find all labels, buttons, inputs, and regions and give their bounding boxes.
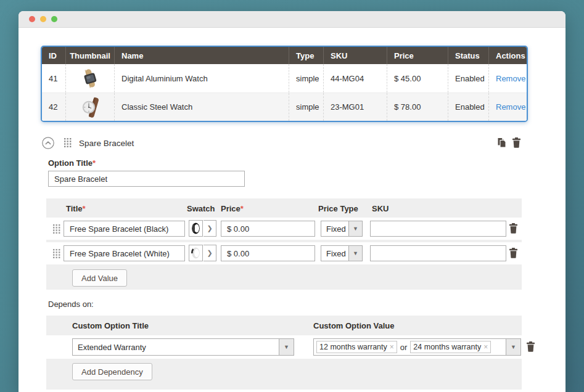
product-status: Enabled xyxy=(448,64,488,92)
custom-option-value-multiselect[interactable]: 12 months warranty × or 24 months warran… xyxy=(313,338,521,356)
value-tag-label: 12 months warranty xyxy=(319,343,387,351)
remove-product-link[interactable]: Remove xyxy=(496,74,525,83)
value-tag-label: 24 months warranty xyxy=(413,343,481,351)
assigned-products-table: ID Thumbnail Name Type SKU Price Status … xyxy=(41,46,528,122)
values-header-price-type: Price Type xyxy=(318,204,358,213)
column-header-thumbnail: Thumbnail xyxy=(65,47,114,64)
swatch-next-icon[interactable]: ❯ xyxy=(204,220,216,237)
select-arrow-icon: ▼ xyxy=(506,338,521,356)
trash-icon[interactable] xyxy=(509,248,518,258)
option-section-title: Spare Bracelet xyxy=(79,139,134,148)
required-mark: * xyxy=(241,204,244,213)
option-value-row: ❯ Fixed ▼ xyxy=(46,242,522,264)
table-row: 42 Classic Steel Watch simple 23-MG01 xyxy=(42,92,527,121)
dependency-header-title: Custom Option Title xyxy=(72,321,149,330)
product-sku: 44-MG04 xyxy=(323,64,387,92)
values-header-sku: SKU xyxy=(372,204,389,213)
column-header-status: Status xyxy=(448,47,488,64)
required-mark: * xyxy=(83,204,86,213)
product-id: 41 xyxy=(42,64,65,92)
trash-icon[interactable] xyxy=(512,137,522,148)
select-arrow-icon: ▼ xyxy=(348,221,363,237)
column-header-type: Type xyxy=(289,47,323,64)
option-values-panel: Title* Swatch Price* Price Type SKU xyxy=(46,198,522,290)
dependency-header-value: Custom Option Value xyxy=(313,321,394,330)
column-header-price: Price xyxy=(387,47,448,64)
drag-handle-icon[interactable] xyxy=(53,249,60,258)
product-name: Digital Aluminium Watch xyxy=(114,64,289,92)
joiner-text: or xyxy=(400,343,408,352)
product-name: Classic Steel Watch xyxy=(114,93,289,121)
trash-icon[interactable] xyxy=(509,223,518,234)
product-sku: 23-MG01 xyxy=(323,93,387,121)
window-titlebar xyxy=(19,11,565,28)
product-price: $ 78.00 xyxy=(387,93,448,121)
column-header-actions: Actions xyxy=(488,47,527,64)
value-tag: 12 months warranty × xyxy=(316,341,397,353)
drag-handle-icon[interactable] xyxy=(64,138,72,147)
minimize-window-icon[interactable] xyxy=(40,16,46,22)
price-type-value: Fixed xyxy=(321,245,349,261)
add-dependency-button[interactable]: Add Dependency xyxy=(72,363,152,380)
dependency-panel: Custom Option Title Custom Option Value … xyxy=(46,316,522,390)
option-title-input[interactable] xyxy=(48,171,245,187)
product-id: 42 xyxy=(42,93,65,121)
remove-product-link[interactable]: Remove xyxy=(496,102,525,112)
value-title-input[interactable] xyxy=(64,245,185,261)
black-bracelet-swatch[interactable] xyxy=(189,220,203,237)
value-tag: 24 months warranty × xyxy=(410,341,491,353)
app-window: ID Thumbnail Name Type SKU Price Status … xyxy=(19,11,565,392)
depends-on-label: Depends on: xyxy=(48,300,94,309)
custom-option-title-select[interactable]: Extended Warranty ▼ xyxy=(72,338,294,356)
required-mark: * xyxy=(93,158,96,168)
white-bracelet-swatch[interactable] xyxy=(189,245,203,261)
value-title-input[interactable] xyxy=(64,221,185,237)
dependency-row: Extended Warranty ▼ 12 months warranty ×… xyxy=(46,335,522,359)
zoom-window-icon[interactable] xyxy=(51,16,57,22)
select-arrow-icon: ▼ xyxy=(348,245,363,261)
price-type-value: Fixed xyxy=(321,221,349,237)
tag-close-icon[interactable]: × xyxy=(390,343,394,351)
price-type-select[interactable]: Fixed ▼ xyxy=(321,221,363,237)
drag-handle-icon[interactable] xyxy=(53,224,60,234)
custom-option-title-value: Extended Warranty xyxy=(72,338,279,356)
trash-icon[interactable] xyxy=(526,341,535,352)
value-sku-input[interactable] xyxy=(370,221,506,237)
collapse-icon[interactable] xyxy=(42,137,54,149)
value-price-input[interactable] xyxy=(221,245,315,261)
value-sku-input[interactable] xyxy=(370,245,506,261)
column-header-id: ID xyxy=(42,47,65,64)
column-header-name: Name xyxy=(114,47,289,64)
column-header-sku: SKU xyxy=(323,47,387,64)
table-row: 41 Digital Aluminium Watch simple 44-MG0… xyxy=(42,64,527,92)
option-value-row: ❯ Fixed ▼ xyxy=(46,218,522,240)
values-header-swatch: Swatch xyxy=(187,204,215,213)
product-type: simple xyxy=(289,64,323,92)
digital-aluminium-watch-thumbnail xyxy=(65,64,114,92)
price-type-select[interactable]: Fixed ▼ xyxy=(321,245,363,261)
product-price: $ 45.00 xyxy=(387,64,448,92)
copy-icon[interactable] xyxy=(496,137,507,148)
value-price-input[interactable] xyxy=(221,221,315,237)
product-status: Enabled xyxy=(448,93,488,121)
product-type: simple xyxy=(289,93,323,121)
swatch-next-icon[interactable]: ❯ xyxy=(204,245,216,261)
products-table-header-row: ID Thumbnail Name Type SKU Price Status … xyxy=(42,47,527,64)
values-header-price: Price* xyxy=(221,204,244,213)
classic-steel-watch-thumbnail xyxy=(65,93,114,121)
option-title-label: Option Title* xyxy=(48,158,96,168)
add-value-button[interactable]: Add Value xyxy=(72,269,127,287)
close-window-icon[interactable] xyxy=(29,16,35,22)
select-arrow-icon: ▼ xyxy=(279,338,294,356)
tag-close-icon[interactable]: × xyxy=(483,343,488,351)
values-header-title: Title* xyxy=(66,204,86,213)
